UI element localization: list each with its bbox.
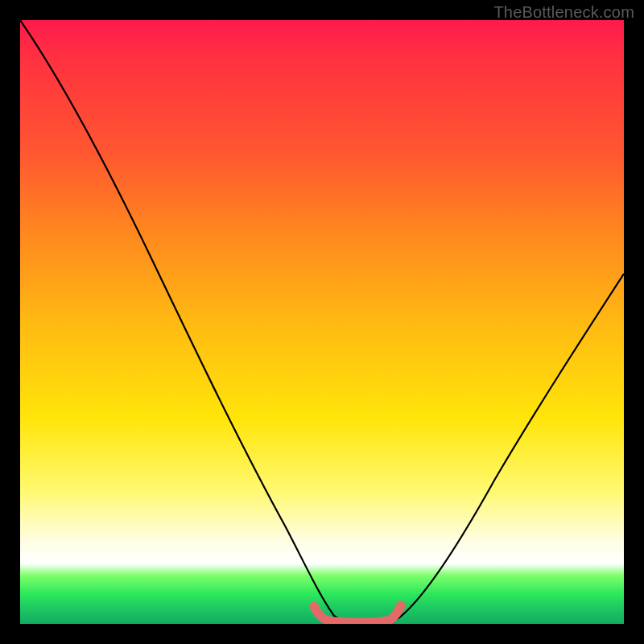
- chart-frame: TheBottleneck.com: [0, 0, 644, 644]
- valley-highlight: [314, 605, 401, 622]
- bottleneck-curve: [20, 20, 624, 622]
- plot-area: [20, 20, 624, 624]
- valley-dot: [397, 602, 406, 611]
- watermark-text: TheBottleneck.com: [493, 3, 634, 22]
- curve-layer: [20, 20, 624, 624]
- valley-dot: [311, 603, 320, 612]
